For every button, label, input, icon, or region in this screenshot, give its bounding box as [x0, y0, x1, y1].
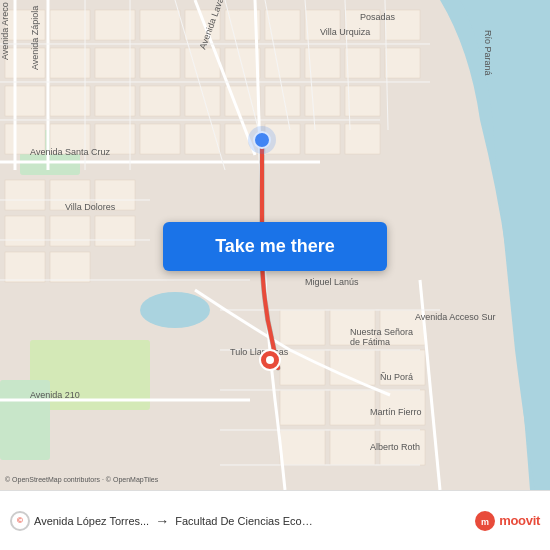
moovit-brand-text: moovit: [499, 513, 540, 528]
svg-rect-49: [5, 252, 45, 282]
svg-rect-32: [305, 86, 340, 116]
svg-rect-20: [225, 48, 260, 78]
moovit-logo: m moovit: [474, 510, 540, 532]
svg-text:de Fátima: de Fátima: [350, 337, 390, 347]
svg-text:m: m: [481, 517, 489, 527]
to-location-label: Facultad De Ciencias Econ...: [175, 515, 315, 527]
svg-text:Avenida Santa Cruz: Avenida Santa Cruz: [30, 147, 110, 157]
svg-text:© OpenStreetMap contributors ·: © OpenStreetMap contributors · © OpenMap…: [5, 476, 159, 484]
take-me-there-button[interactable]: Take me there: [163, 222, 387, 271]
svg-rect-21: [265, 48, 300, 78]
svg-text:Nuestra Señora: Nuestra Señora: [350, 327, 413, 337]
svg-rect-50: [50, 252, 90, 282]
osm-logo: ©: [10, 511, 30, 531]
svg-rect-47: [50, 216, 90, 246]
svg-rect-23: [345, 48, 380, 78]
svg-text:Posadas: Posadas: [360, 12, 396, 22]
svg-point-81: [266, 356, 274, 364]
svg-rect-48: [95, 216, 135, 246]
svg-rect-8: [140, 10, 180, 40]
svg-rect-17: [95, 48, 135, 78]
svg-rect-27: [95, 86, 135, 116]
svg-text:Villa Urquiza: Villa Urquiza: [320, 27, 370, 37]
svg-rect-60: [280, 430, 325, 465]
svg-rect-37: [140, 124, 180, 154]
svg-rect-28: [140, 86, 180, 116]
route-section: Avenida López Torres... → Facultad De Ci…: [34, 513, 474, 529]
svg-rect-25: [5, 86, 45, 116]
svg-text:Alberto Roth: Alberto Roth: [370, 442, 420, 452]
svg-rect-6: [50, 10, 90, 40]
svg-text:Avenida 210: Avenida 210: [30, 390, 80, 400]
map-container: Río Paraná Avenida Santa Cruz Avenida Ar…: [0, 0, 550, 490]
direction-arrow-icon: →: [155, 513, 169, 529]
svg-point-1: [140, 292, 210, 328]
svg-rect-61: [330, 430, 375, 465]
svg-text:Avenida Zápiola: Avenida Zápiola: [30, 6, 40, 70]
svg-rect-51: [280, 310, 325, 345]
moovit-icon: m: [474, 510, 496, 532]
svg-rect-16: [50, 48, 90, 78]
svg-rect-46: [5, 216, 45, 246]
svg-rect-26: [50, 86, 90, 116]
svg-rect-41: [305, 124, 340, 154]
bottom-bar: © Avenida López Torres... → Facultad De …: [0, 490, 550, 550]
svg-text:Avenida Areco: Avenida Areco: [0, 2, 10, 60]
svg-text:Ñu Porá: Ñu Porá: [380, 372, 413, 382]
svg-rect-18: [140, 48, 180, 78]
svg-rect-56: [330, 390, 375, 425]
svg-rect-33: [345, 86, 380, 116]
svg-rect-7: [95, 10, 135, 40]
svg-rect-43: [5, 180, 45, 210]
svg-rect-38: [185, 124, 220, 154]
svg-text:Avenida Acceso Sur: Avenida Acceso Sur: [415, 312, 495, 322]
svg-point-83: [248, 126, 276, 154]
svg-text:Martín Fierro: Martín Fierro: [370, 407, 422, 417]
svg-text:Miguel Lanús: Miguel Lanús: [305, 277, 359, 287]
svg-text:Villa Dolores: Villa Dolores: [65, 202, 116, 212]
svg-text:Río Paraná: Río Paraná: [483, 30, 493, 76]
svg-rect-29: [185, 86, 220, 116]
svg-rect-24: [385, 48, 420, 78]
from-location-label: Avenida López Torres...: [34, 515, 149, 527]
svg-rect-55: [280, 390, 325, 425]
